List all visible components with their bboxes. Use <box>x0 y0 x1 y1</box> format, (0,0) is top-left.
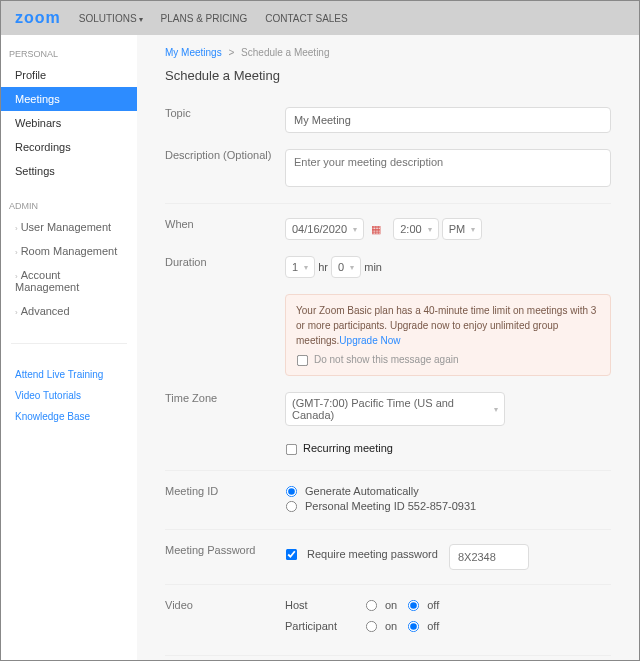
duration-min[interactable]: 0▾ <box>331 256 361 278</box>
video-host-label: Host <box>285 599 365 611</box>
participant-on-radio[interactable] <box>366 621 377 632</box>
host-on-radio[interactable] <box>366 600 377 611</box>
description-input[interactable] <box>285 149 611 187</box>
require-password-label: Require meeting password <box>307 548 438 560</box>
link-live-training[interactable]: Attend Live Training <box>1 364 137 385</box>
sidebar-webinars[interactable]: Webinars <box>1 111 137 135</box>
content: My Meetings > Schedule a Meeting Schedul… <box>137 35 639 660</box>
recurring-checkbox[interactable] <box>286 444 297 455</box>
recurring-label: Recurring meeting <box>303 442 393 454</box>
zoom-logo: zoom <box>15 9 61 27</box>
mid-personal-label: Personal Meeting ID 552-857-0931 <box>305 500 476 512</box>
link-knowledge-base[interactable]: Knowledge Base <box>1 406 137 427</box>
sidebar-learning: Attend Live Training Video Tutorials Kno… <box>1 364 137 427</box>
min-label: min <box>364 261 382 273</box>
nav-plans[interactable]: PLANS & PRICING <box>161 13 248 24</box>
label-password: Meeting Password <box>165 544 285 570</box>
hr-label: hr <box>318 261 328 273</box>
breadcrumb-sep: > <box>228 47 234 58</box>
sidebar-personal-header: PERSONAL <box>1 45 137 63</box>
topbar: zoom SOLUTIONS▾ PLANS & PRICING CONTACT … <box>1 1 639 35</box>
chevron-right-icon: › <box>15 272 18 281</box>
nav-solutions[interactable]: SOLUTIONS▾ <box>79 13 143 24</box>
topic-input[interactable] <box>285 107 611 133</box>
label-description: Description (Optional) <box>165 149 285 189</box>
chevron-down-icon: ▾ <box>304 263 308 272</box>
chevron-right-icon: › <box>15 224 18 233</box>
video-participant-label: Participant <box>285 620 365 632</box>
sidebar-user-mgmt[interactable]: ›User Management <box>1 215 137 239</box>
chevron-down-icon: ▾ <box>350 263 354 272</box>
password-input[interactable] <box>449 544 529 570</box>
chevron-down-icon: ▾ <box>428 225 432 234</box>
time-picker[interactable]: 2:00▾ <box>393 218 438 240</box>
participant-off-radio[interactable] <box>408 621 419 632</box>
link-video-tutorials[interactable]: Video Tutorials <box>1 385 137 406</box>
breadcrumb-current: Schedule a Meeting <box>241 47 329 58</box>
chevron-down-icon: ▾ <box>353 225 357 234</box>
ampm-picker[interactable]: PM▾ <box>442 218 483 240</box>
upgrade-warning: Your Zoom Basic plan has a 40-minute tim… <box>285 294 611 376</box>
chevron-right-icon: › <box>15 308 18 317</box>
timezone-select[interactable]: (GMT-7:00) Pacific Time (US and Canada)▾ <box>285 392 505 426</box>
sidebar-admin-header: ADMIN <box>1 197 137 215</box>
chevron-down-icon: ▾ <box>471 225 475 234</box>
nav-contact[interactable]: CONTACT SALES <box>265 13 347 24</box>
label-video: Video <box>165 599 285 641</box>
top-nav: SOLUTIONS▾ PLANS & PRICING CONTACT SALES <box>79 13 348 24</box>
chevron-down-icon: ▾ <box>139 15 143 24</box>
chevron-right-icon: › <box>15 248 18 257</box>
sidebar-room-mgmt[interactable]: ›Room Management <box>1 239 137 263</box>
breadcrumb-my-meetings[interactable]: My Meetings <box>165 47 222 58</box>
sidebar-settings[interactable]: Settings <box>1 159 137 183</box>
label-meeting-id: Meeting ID <box>165 485 285 515</box>
sidebar-account-mgmt[interactable]: ›Account Management <box>1 263 137 299</box>
label-topic: Topic <box>165 107 285 133</box>
label-timezone: Time Zone <box>165 392 285 426</box>
require-password-checkbox[interactable] <box>286 549 297 560</box>
label-when: When <box>165 218 285 240</box>
dont-show-checkbox[interactable] <box>297 355 308 366</box>
chevron-down-icon: ▾ <box>494 405 498 414</box>
host-off-radio[interactable] <box>408 600 419 611</box>
sidebar-meetings[interactable]: Meetings <box>1 87 137 111</box>
dont-show-label: Do not show this message again <box>314 354 459 365</box>
page-title: Schedule a Meeting <box>165 68 611 83</box>
label-duration: Duration <box>165 256 285 278</box>
duration-hr[interactable]: 1▾ <box>285 256 315 278</box>
sidebar-recordings[interactable]: Recordings <box>1 135 137 159</box>
upgrade-link[interactable]: Upgrade Now <box>339 335 400 346</box>
mid-generate-label: Generate Automatically <box>305 485 419 497</box>
sidebar: PERSONAL Profile Meetings Webinars Recor… <box>1 35 137 660</box>
breadcrumb: My Meetings > Schedule a Meeting <box>165 47 611 58</box>
sidebar-profile[interactable]: Profile <box>1 63 137 87</box>
date-picker[interactable]: 04/16/2020▾ <box>285 218 364 240</box>
mid-personal-radio[interactable] <box>286 501 297 512</box>
sidebar-advanced[interactable]: ›Advanced <box>1 299 137 323</box>
mid-generate-radio[interactable] <box>286 486 297 497</box>
calendar-icon[interactable]: ▦ <box>371 223 381 235</box>
